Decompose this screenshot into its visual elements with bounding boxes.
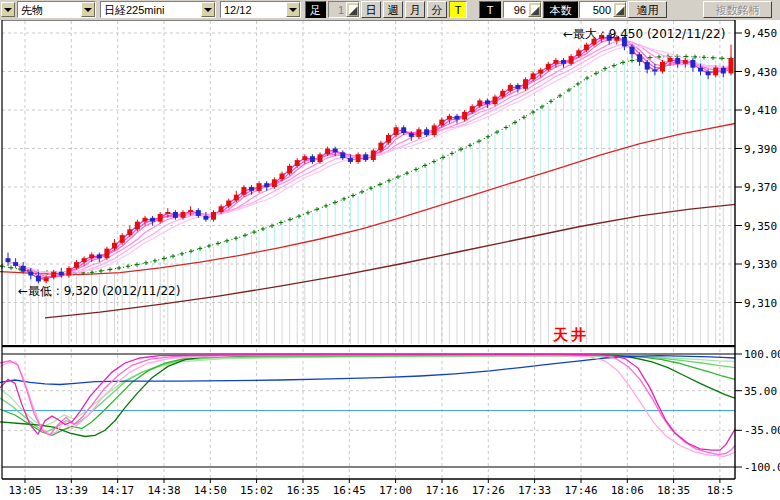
symbol-type-combobox[interactable]: 先物 bbox=[17, 1, 96, 18]
period-day-button[interactable]: 日 bbox=[361, 1, 381, 18]
multi-symbol-button[interactable]: 複数銘柄 bbox=[703, 1, 772, 18]
bar-type-button[interactable]: 足 bbox=[305, 1, 326, 18]
trading-chart-window: 先物 日経225mini 12/12 足 1 日 週 月 分 T T 96 本数… bbox=[0, 0, 780, 500]
svg-text:9,430: 9,430 bbox=[744, 66, 777, 79]
spinner-icon[interactable] bbox=[528, 2, 541, 17]
symbol-type-value: 先物 bbox=[18, 2, 81, 17]
svg-text:15:02: 15:02 bbox=[240, 484, 273, 497]
svg-text:14:50: 14:50 bbox=[194, 484, 227, 497]
chevron-down-icon bbox=[4, 8, 12, 12]
apply-button[interactable]: 適用 bbox=[628, 1, 667, 18]
contract-month-value: 12/12 bbox=[221, 2, 286, 17]
svg-text:9,310: 9,310 bbox=[744, 297, 777, 310]
svg-text:9,370: 9,370 bbox=[744, 181, 777, 194]
svg-text:17:33: 17:33 bbox=[518, 484, 551, 497]
bars-label-button[interactable]: 本数 bbox=[543, 1, 578, 18]
svg-text:17:16: 17:16 bbox=[425, 484, 458, 497]
svg-text:9,330: 9,330 bbox=[744, 258, 777, 271]
price-chart-canvas[interactable]: 9,4509,4309,4109,3909,3709,3509,3309,310… bbox=[0, 0, 780, 500]
period-value: 1 bbox=[329, 2, 346, 17]
leftmost-combo-arrow[interactable] bbox=[1, 2, 15, 17]
tick-label-button[interactable]: T bbox=[479, 1, 501, 18]
spinner-icon[interactable] bbox=[346, 2, 359, 17]
period-spinner[interactable]: 1 bbox=[328, 1, 360, 18]
svg-text:18:06: 18:06 bbox=[611, 484, 644, 497]
chevron-down-icon[interactable] bbox=[201, 2, 215, 17]
toolbar: 先物 日経225mini 12/12 足 1 日 週 月 分 T T 96 本数… bbox=[0, 0, 780, 20]
bars-count-value: 500 bbox=[580, 2, 613, 17]
svg-text:17:00: 17:00 bbox=[379, 484, 412, 497]
contract-month-combobox[interactable]: 12/12 bbox=[220, 1, 301, 18]
svg-text:9,450: 9,450 bbox=[744, 27, 777, 40]
bars-count-spinner[interactable]: 500 bbox=[579, 1, 627, 18]
svg-text:9,410: 9,410 bbox=[744, 104, 777, 117]
tick-count-spinner[interactable]: 96 bbox=[503, 1, 542, 18]
svg-text:100.00: 100.00 bbox=[744, 348, 780, 361]
svg-text:-100.00: -100.00 bbox=[744, 461, 780, 474]
svg-text:9,390: 9,390 bbox=[744, 143, 777, 156]
svg-text:17:46: 17:46 bbox=[564, 484, 597, 497]
tick-toggle-button[interactable]: T bbox=[449, 1, 467, 18]
svg-text:17:26: 17:26 bbox=[472, 484, 505, 497]
svg-text:16:45: 16:45 bbox=[333, 484, 366, 497]
spinner-icon[interactable] bbox=[613, 2, 626, 17]
svg-text:35.00: 35.00 bbox=[744, 385, 777, 398]
tick-count-value: 96 bbox=[504, 2, 528, 17]
period-month-button[interactable]: 月 bbox=[405, 1, 425, 18]
svg-text:18:35: 18:35 bbox=[657, 484, 690, 497]
svg-text:14:38: 14:38 bbox=[147, 484, 180, 497]
svg-text:13:39: 13:39 bbox=[55, 484, 88, 497]
svg-text:9,350: 9,350 bbox=[744, 220, 777, 233]
svg-text:-35.00: -35.00 bbox=[744, 424, 780, 437]
svg-text:14:17: 14:17 bbox=[101, 484, 134, 497]
period-week-button[interactable]: 週 bbox=[383, 1, 403, 18]
svg-text:18:5: 18:5 bbox=[707, 484, 734, 497]
symbol-combobox[interactable]: 日経225mini bbox=[100, 1, 216, 18]
svg-text:13:05: 13:05 bbox=[8, 484, 41, 497]
chevron-down-icon[interactable] bbox=[286, 2, 300, 17]
period-minute-button[interactable]: 分 bbox=[427, 1, 447, 18]
svg-text:16:35: 16:35 bbox=[286, 484, 319, 497]
symbol-value: 日経225mini bbox=[101, 2, 201, 17]
chevron-down-icon[interactable] bbox=[81, 2, 95, 17]
